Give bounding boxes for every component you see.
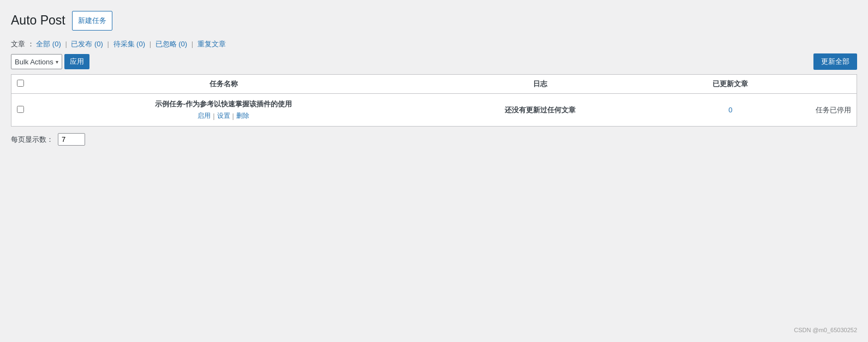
sep-2: | bbox=[107, 40, 111, 48]
toolbar-left: Bulk Actions ▾ 应用 bbox=[11, 54, 89, 69]
task-updated-cell: 0 bbox=[667, 94, 794, 127]
footer-credit: CSDN @m0_65030252 bbox=[794, 327, 857, 333]
table-header-row: 任务名称 日志 已更新文章 bbox=[11, 75, 857, 94]
task-action-settings[interactable]: 设置 bbox=[217, 111, 230, 121]
chevron-down-icon: ▾ bbox=[56, 59, 58, 65]
task-status-cell: 任务已停用 bbox=[794, 94, 857, 127]
row-checkbox[interactable] bbox=[17, 106, 24, 113]
task-log-text: 还没有更新过任何文章 bbox=[505, 106, 576, 114]
task-log-cell: 还没有更新过任何文章 bbox=[414, 94, 667, 127]
toolbar: Bulk Actions ▾ 应用 更新全部 bbox=[11, 53, 857, 70]
sep-1: | bbox=[65, 40, 69, 48]
col-header-status bbox=[794, 75, 857, 94]
filter-published[interactable]: 已发布 (0) bbox=[71, 40, 103, 48]
per-page-label: 每页显示数： bbox=[11, 135, 53, 145]
table-row: 示例任务-作为参考以快速掌握该插件的使用 启用 | 设置 | 删除 还没有更新过… bbox=[11, 94, 857, 127]
bulk-actions-dropdown[interactable]: Bulk Actions ▾ bbox=[11, 54, 62, 69]
sep-4: | bbox=[191, 40, 195, 48]
task-action-enable[interactable]: 启用 bbox=[197, 111, 211, 121]
filter-pending[interactable]: 待采集 (0) bbox=[113, 40, 146, 48]
subheader-separator: ： bbox=[27, 40, 34, 48]
col-header-checkbox bbox=[11, 75, 33, 94]
tasks-table: 任务名称 日志 已更新文章 示例任务-作为参考以快速掌握该插件的使用 启用 bbox=[11, 75, 857, 126]
action-sep-1: | bbox=[213, 112, 214, 120]
task-actions: 启用 | 设置 | 删除 bbox=[39, 111, 408, 121]
col-header-log: 日志 bbox=[414, 75, 667, 94]
update-all-button[interactable]: 更新全部 bbox=[813, 53, 857, 70]
task-title: 示例任务-作为参考以快速掌握该插件的使用 bbox=[39, 99, 408, 109]
subheader-label: 文章 bbox=[11, 40, 25, 48]
page-header: Auto Post 新建任务 bbox=[11, 11, 857, 31]
filter-all[interactable]: 全部 (0) bbox=[36, 40, 61, 48]
per-page-row: 每页显示数： bbox=[11, 133, 857, 146]
page-title: Auto Post bbox=[11, 13, 65, 29]
filter-ignored[interactable]: 已忽略 (0) bbox=[155, 40, 188, 48]
tasks-table-container: 任务名称 日志 已更新文章 示例任务-作为参考以快速掌握该插件的使用 启用 bbox=[11, 74, 857, 127]
sep-3: | bbox=[149, 40, 153, 48]
col-header-updated: 已更新文章 bbox=[667, 75, 794, 94]
new-task-button[interactable]: 新建任务 bbox=[72, 11, 112, 31]
task-name-cell: 示例任务-作为参考以快速掌握该插件的使用 启用 | 设置 | 删除 bbox=[33, 94, 414, 127]
row-checkbox-cell bbox=[11, 94, 33, 127]
col-header-task-name: 任务名称 bbox=[33, 75, 414, 94]
filter-duplicate[interactable]: 重复文章 bbox=[197, 40, 226, 48]
action-sep-2: | bbox=[232, 112, 234, 120]
per-page-input[interactable] bbox=[58, 133, 85, 146]
task-action-delete[interactable]: 删除 bbox=[236, 111, 249, 121]
bulk-actions-label: Bulk Actions bbox=[15, 58, 53, 66]
select-all-checkbox[interactable] bbox=[17, 80, 24, 87]
apply-button[interactable]: 应用 bbox=[64, 54, 89, 69]
subheader-filters: 文章 ： 全部 (0) | 已发布 (0) | 待采集 (0) | 已忽略 (0… bbox=[11, 39, 857, 49]
